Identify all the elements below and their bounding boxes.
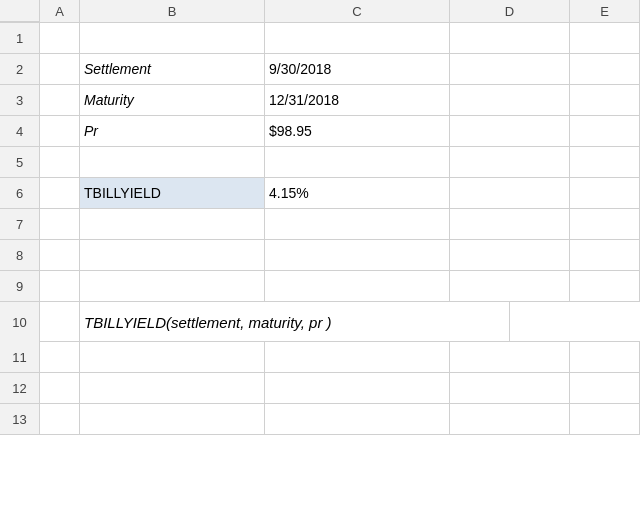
- row-6: 6 TBILLYIELD 4.15%: [0, 178, 640, 209]
- row-header-13: 13: [0, 404, 40, 434]
- cell-a1[interactable]: [40, 23, 80, 53]
- cell-b2[interactable]: Settlement: [80, 54, 265, 84]
- cell-d6[interactable]: [450, 178, 570, 208]
- cell-c7[interactable]: [265, 209, 450, 239]
- cell-a13[interactable]: [40, 404, 80, 434]
- cell-b7[interactable]: [80, 209, 265, 239]
- col-header-d: D: [450, 0, 570, 22]
- corner-cell: [0, 0, 40, 22]
- cell-e13[interactable]: [570, 404, 640, 434]
- row-7: 7: [0, 209, 640, 240]
- row-4: 4 Pr $98.95: [0, 116, 640, 147]
- row-11: 11: [0, 342, 640, 373]
- grid: A B C D E 1 2 Settlement 9/30/2018 3: [0, 0, 640, 514]
- cell-b4[interactable]: Pr: [80, 116, 265, 146]
- row-header-4: 4: [0, 116, 40, 146]
- cell-d2[interactable]: [450, 54, 570, 84]
- cell-d12[interactable]: [450, 373, 570, 403]
- row-header-10: 10: [0, 302, 40, 342]
- cell-e8[interactable]: [570, 240, 640, 270]
- cell-c11[interactable]: [265, 342, 450, 372]
- cell-d5[interactable]: [450, 147, 570, 177]
- cell-c6[interactable]: 4.15%: [265, 178, 450, 208]
- row-header-12: 12: [0, 373, 40, 403]
- cell-b1[interactable]: [80, 23, 265, 53]
- cell-e4[interactable]: [570, 116, 640, 146]
- cell-e5[interactable]: [570, 147, 640, 177]
- spreadsheet: A B C D E 1 2 Settlement 9/30/2018 3: [0, 0, 640, 514]
- cell-b3[interactable]: Maturity: [80, 85, 265, 115]
- cell-b12[interactable]: [80, 373, 265, 403]
- cell-c3[interactable]: 12/31/2018: [265, 85, 450, 115]
- cell-a10[interactable]: [40, 302, 80, 342]
- cell-e9[interactable]: [570, 271, 640, 301]
- row-header-1: 1: [0, 23, 40, 53]
- row-header-3: 3: [0, 85, 40, 115]
- row-header-5: 5: [0, 147, 40, 177]
- cell-e6[interactable]: [570, 178, 640, 208]
- cell-d8[interactable]: [450, 240, 570, 270]
- cell-a2[interactable]: [40, 54, 80, 84]
- cell-e2[interactable]: [570, 54, 640, 84]
- cell-a8[interactable]: [40, 240, 80, 270]
- cell-d3[interactable]: [450, 85, 570, 115]
- cell-c13[interactable]: [265, 404, 450, 434]
- cell-d1[interactable]: [450, 23, 570, 53]
- col-header-b: B: [80, 0, 265, 22]
- cell-e11[interactable]: [570, 342, 640, 372]
- row-header-8: 8: [0, 240, 40, 270]
- cell-d4[interactable]: [450, 116, 570, 146]
- row-header-6: 6: [0, 178, 40, 208]
- cell-e12[interactable]: [570, 373, 640, 403]
- row-header-2: 2: [0, 54, 40, 84]
- cell-d11[interactable]: [450, 342, 570, 372]
- cell-b9[interactable]: [80, 271, 265, 301]
- cell-b11[interactable]: [80, 342, 265, 372]
- cell-e1[interactable]: [570, 23, 640, 53]
- row-3: 3 Maturity 12/31/2018: [0, 85, 640, 116]
- row-header-9: 9: [0, 271, 40, 301]
- cell-b6[interactable]: TBILLYIELD: [80, 178, 265, 208]
- row-1: 1: [0, 23, 640, 54]
- cell-a6[interactable]: [40, 178, 80, 208]
- row-9: 9: [0, 271, 640, 302]
- cell-d13[interactable]: [450, 404, 570, 434]
- cell-d7[interactable]: [450, 209, 570, 239]
- cell-c12[interactable]: [265, 373, 450, 403]
- row-13: 13: [0, 404, 640, 435]
- cell-c8[interactable]: [265, 240, 450, 270]
- cell-e3[interactable]: [570, 85, 640, 115]
- cell-c5[interactable]: [265, 147, 450, 177]
- col-header-c: C: [265, 0, 450, 22]
- cell-e7[interactable]: [570, 209, 640, 239]
- cell-c2[interactable]: 9/30/2018: [265, 54, 450, 84]
- cell-b5[interactable]: [80, 147, 265, 177]
- cell-c9[interactable]: [265, 271, 450, 301]
- cell-b8[interactable]: [80, 240, 265, 270]
- column-header-row: A B C D E: [0, 0, 640, 23]
- cell-b13[interactable]: [80, 404, 265, 434]
- row-2: 2 Settlement 9/30/2018: [0, 54, 640, 85]
- cell-a7[interactable]: [40, 209, 80, 239]
- cell-a12[interactable]: [40, 373, 80, 403]
- row-header-11: 11: [0, 342, 40, 372]
- row-8: 8: [0, 240, 640, 271]
- cell-a11[interactable]: [40, 342, 80, 372]
- row-header-7: 7: [0, 209, 40, 239]
- cell-a5[interactable]: [40, 147, 80, 177]
- cell-a9[interactable]: [40, 271, 80, 301]
- row-10: 10 TBILLYIELD(settlement, maturity, pr ): [0, 302, 640, 342]
- cell-d9[interactable]: [450, 271, 570, 301]
- row-5: 5: [0, 147, 640, 178]
- cell-b10[interactable]: TBILLYIELD(settlement, maturity, pr ): [80, 302, 510, 342]
- cell-a4[interactable]: [40, 116, 80, 146]
- row-12: 12: [0, 373, 640, 404]
- cell-c1[interactable]: [265, 23, 450, 53]
- cell-c4[interactable]: $98.95: [265, 116, 450, 146]
- cell-a3[interactable]: [40, 85, 80, 115]
- col-header-a: A: [40, 0, 80, 22]
- col-header-e: E: [570, 0, 640, 22]
